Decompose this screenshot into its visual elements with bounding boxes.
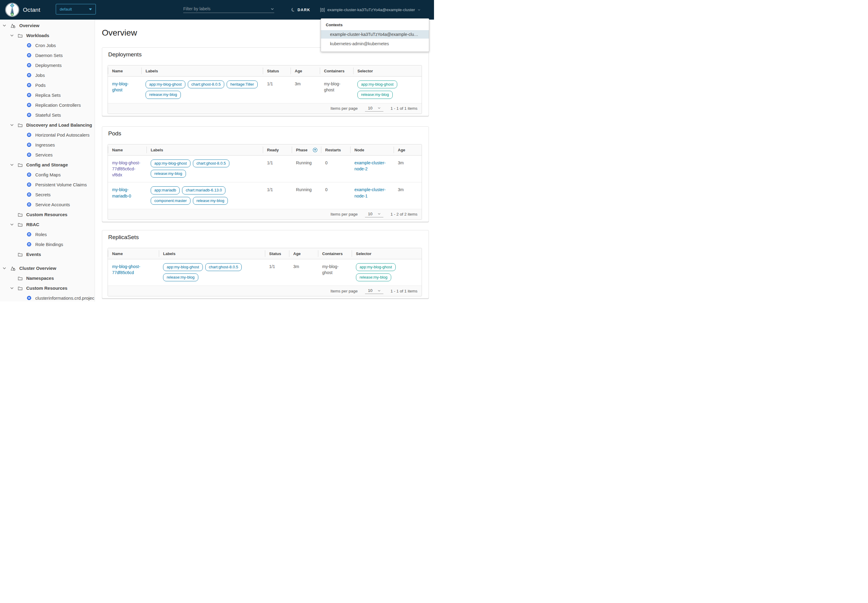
sidebar-item[interactable]: Horizontal Pod Autoscalers: [0, 130, 95, 140]
node-link[interactable]: example-cluster-node-2: [354, 161, 386, 171]
sidebar-item[interactable]: Daemon Sets: [0, 50, 95, 60]
sidebar-item[interactable]: Overview: [0, 20, 95, 31]
column-header-label: Restarts: [325, 148, 341, 152]
filter-chevron-icon[interactable]: [270, 7, 274, 11]
sidebar-item[interactable]: Custom Resources: [0, 210, 95, 220]
column-header: Ready: [263, 144, 292, 155]
page-size-select[interactable]: 10: [365, 105, 383, 111]
pod-link[interactable]: my-blog-ghost-77df85c6cd-vf6dx: [112, 161, 140, 178]
column-header-label: Age: [295, 69, 302, 73]
sidebar-item[interactable]: Cron Jobs: [0, 40, 95, 50]
label-pill: chart:ghost-8.0.5: [205, 263, 242, 271]
deployments-pagination: Items per page 10 1 - 1 of 1 items: [108, 104, 422, 114]
label-filter-input[interactable]: [183, 6, 270, 11]
sidebar-item[interactable]: clusterinformations.crd.projec: [0, 293, 95, 302]
sidebar-item-label: clusterinformations.crd.projec: [35, 295, 94, 301]
sidebar-item-label: Discovery and Load Balancing: [26, 122, 92, 128]
phase-cell: Running: [292, 156, 321, 182]
status-cell: 1/1: [265, 259, 289, 286]
replicaset-link[interactable]: my-blog-ghost-77df85c6cd: [112, 264, 140, 275]
sidebar-item[interactable]: Replica Sets: [0, 90, 95, 100]
chevron-down-icon[interactable]: [10, 123, 15, 127]
sidebar-item[interactable]: Stateful Sets: [0, 110, 95, 120]
folder-icon: [18, 123, 23, 128]
phase-cell: Running: [292, 182, 321, 209]
phase-filter-icon[interactable]: [313, 148, 317, 152]
sidebar-item[interactable]: RBAC: [0, 220, 95, 229]
chevron-down-icon[interactable]: [10, 34, 15, 37]
sidebar-item[interactable]: Jobs: [0, 70, 95, 80]
chevron-down-icon[interactable]: [10, 163, 15, 167]
items-per-page-label: Items per page: [331, 289, 358, 293]
column-header: Age: [290, 65, 320, 76]
context-menu-item[interactable]: example-cluster-ka3TuTzYo4a@example-clu…: [321, 30, 429, 39]
sidebar-item[interactable]: Namespaces: [0, 273, 95, 283]
context-caret-icon: [417, 8, 421, 11]
chevron-down-icon[interactable]: [10, 286, 15, 290]
sidebar-item[interactable]: Pods: [0, 80, 95, 90]
chevron-down-icon[interactable]: [10, 223, 15, 226]
folder-icon: [18, 286, 23, 291]
pods-card: Pods Name Labels Ready Phase: [102, 126, 429, 222]
sidebar-item-label: Cluster Overview: [19, 266, 56, 271]
sidebar-item-label: Custom Resources: [26, 286, 68, 291]
sidebar-item[interactable]: Role Bindings: [0, 240, 95, 249]
k8s-resource-icon: [26, 93, 32, 98]
sidebar-item[interactable]: Services: [0, 150, 95, 160]
sidebar-item[interactable]: Config Maps: [0, 170, 95, 180]
page-size-select[interactable]: 10: [365, 288, 383, 294]
labels-cell: app:my-blog-ghostchart:ghost-8.0.5releas…: [159, 259, 265, 286]
k8s-resource-icon: [26, 83, 32, 88]
page-size-select[interactable]: 10: [365, 211, 383, 217]
dark-mode-toggle[interactable]: ☾ DARK: [291, 0, 310, 20]
contexts-dropdown-title: Contexts: [321, 19, 429, 29]
context-selector[interactable]: example-cluster-ka3TuTzYo4a@example-clus…: [320, 0, 421, 20]
node-link[interactable]: example-cluster-node-1: [354, 187, 386, 198]
labels-cell: app:mariadbchart:mariadb-6.13.0component…: [147, 182, 263, 209]
page-size-chevron-icon: [377, 289, 381, 292]
deployment-link[interactable]: my-blog-ghost: [112, 81, 128, 92]
k8s-resource-icon: [26, 132, 32, 138]
selector-pill: release:my-blog: [356, 274, 391, 281]
sidebar-item[interactable]: Service Accounts: [0, 199, 95, 210]
sidebar-item[interactable]: Cluster Overview: [0, 263, 95, 273]
namespace-select[interactable]: default: [56, 4, 96, 14]
sidebar-item[interactable]: Workloads: [0, 31, 95, 40]
pods-card-title: Pods: [108, 130, 422, 137]
sidebar-item[interactable]: Replication Controllers: [0, 100, 95, 110]
sidebar-item-label: Pods: [35, 83, 45, 88]
context-menu-item-label: kubernetes-admin@kubernetes: [330, 41, 389, 46]
pod-link[interactable]: my-blog-mariadb-0: [112, 187, 131, 198]
sidebar-item[interactable]: Ingresses: [0, 140, 95, 150]
label-pill: release:my-blog: [151, 170, 186, 178]
node-cell: example-cluster-node-2: [350, 156, 394, 182]
context-menu-item[interactable]: kubernetes-admin@kubernetes: [321, 40, 429, 48]
name-cell: my-blog-ghost-77df85c6cd: [108, 259, 159, 286]
sidebar-item[interactable]: Secrets: [0, 190, 95, 199]
column-header-label: Status: [267, 69, 279, 73]
sidebar-item[interactable]: Roles: [0, 229, 95, 240]
label-pill: heritage:Tiller: [227, 80, 257, 88]
labels-cell: app:my-blog-ghostchart:ghost-8.0.5herita…: [141, 77, 263, 103]
table-row: my-blog-mariadb-0 app:mariadbchart:maria…: [108, 182, 422, 209]
sidebar-item[interactable]: Custom Resources: [0, 283, 95, 293]
sidebar-item[interactable]: Config and Storage: [0, 160, 95, 170]
label-pill: chart:ghost-8.0.5: [193, 159, 230, 167]
chevron-down-icon[interactable]: [2, 266, 7, 270]
sidebar-item[interactable]: Discovery and Load Balancing: [0, 120, 95, 130]
sidebar-item[interactable]: Events: [0, 249, 95, 259]
column-header-label: Labels: [163, 252, 175, 256]
restarts-cell: 0: [321, 182, 350, 209]
pagination-range: 1 - 2 of 2 items: [391, 212, 417, 216]
sidebar-item-label: Config and Storage: [26, 162, 68, 167]
deployments-table-header: Name Labels Status Age Containers Select…: [108, 65, 422, 77]
pods-pagination: Items per page 10 1 - 2 of 2 items: [108, 209, 422, 220]
applications-icon: [10, 266, 15, 271]
sidebar-item[interactable]: Deployments: [0, 60, 95, 70]
sidebar-item-label: Daemon Sets: [35, 53, 63, 58]
sidebar-item[interactable]: Persistent Volume Claims: [0, 180, 95, 190]
column-header: Selector: [352, 248, 422, 259]
sidebar-item-label: Config Maps: [35, 172, 60, 177]
column-header-label: Phase: [296, 148, 307, 152]
chevron-down-icon[interactable]: [2, 23, 7, 28]
